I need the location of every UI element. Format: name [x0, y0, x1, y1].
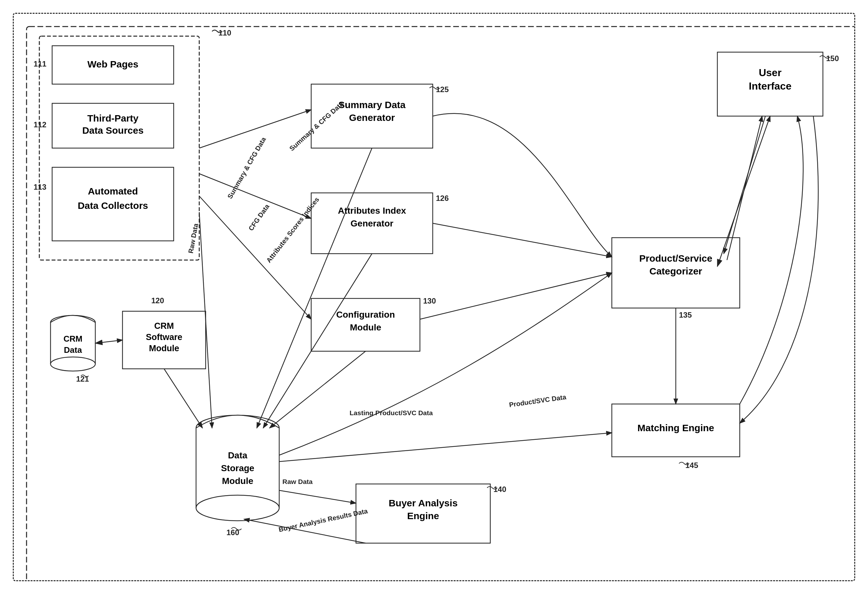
svg-text:Attributes Scores Indices: Attributes Scores Indices — [265, 196, 320, 264]
svg-rect-5 — [52, 46, 174, 84]
svg-text:140: 140 — [493, 485, 506, 494]
diagram-arrows: Web Pages Third-Party Data Sources Autom… — [14, 14, 854, 580]
svg-rect-18 — [50, 322, 95, 364]
svg-text:Summary & CFG Data: Summary & CFG Data — [288, 100, 345, 152]
svg-text:113: 113 — [34, 183, 46, 191]
svg-text:Summary & CFG Data: Summary & CFG Data — [226, 136, 267, 200]
svg-text:Generator: Generator — [351, 219, 393, 228]
svg-text:Raw Data: Raw Data — [282, 478, 313, 485]
svg-text:Module: Module — [149, 344, 179, 353]
svg-line-69 — [199, 212, 212, 428]
svg-text:Interface: Interface — [749, 80, 791, 92]
svg-text:120: 120 — [151, 296, 164, 305]
svg-line-75 — [279, 491, 356, 503]
svg-text:Data: Data — [228, 451, 248, 460]
svg-text:125: 125 — [436, 85, 449, 94]
svg-point-46 — [196, 495, 279, 521]
svg-rect-10 — [52, 167, 174, 241]
svg-text:Data: Data — [64, 345, 82, 355]
svg-point-21 — [50, 357, 95, 371]
svg-line-66 — [199, 110, 311, 148]
svg-text:Buyer Analysis: Buyer Analysis — [388, 498, 458, 508]
svg-text:CFG Data: CFG Data — [247, 202, 270, 232]
svg-text:Product/SVC Data: Product/SVC Data — [509, 393, 567, 408]
main-diagram: Web Pages Third-Party Data Sources Autom… — [13, 13, 855, 581]
svg-text:Data Sources: Data Sources — [82, 125, 143, 136]
svg-line-78 — [420, 273, 612, 319]
svg-text:User: User — [759, 67, 781, 78]
svg-text:Web Pages: Web Pages — [87, 59, 139, 69]
svg-rect-55 — [612, 238, 740, 308]
svg-text:Generator: Generator — [349, 112, 395, 123]
svg-text:130: 130 — [423, 297, 436, 305]
svg-text:121: 121 — [76, 375, 89, 383]
svg-text:Product/Service: Product/Service — [639, 253, 712, 264]
svg-text:Lasting Product/SVC Data: Lasting Product/SVC Data — [350, 409, 433, 417]
svg-point-42 — [196, 415, 279, 441]
svg-rect-38 — [311, 298, 420, 351]
svg-rect-25 — [123, 311, 206, 369]
svg-text:CRM: CRM — [63, 334, 82, 344]
svg-text:111: 111 — [34, 59, 46, 68]
svg-line-83 — [724, 116, 765, 254]
svg-text:Attributes Index: Attributes Index — [338, 206, 406, 216]
svg-line-67 — [199, 174, 311, 219]
svg-text:150: 150 — [826, 54, 839, 63]
svg-text:CRM: CRM — [154, 321, 174, 331]
svg-rect-43 — [196, 428, 279, 508]
svg-text:Data Collectors: Data Collectors — [78, 200, 148, 211]
svg-rect-59 — [612, 404, 740, 457]
svg-point-17 — [50, 315, 95, 330]
svg-text:110: 110 — [218, 28, 231, 37]
svg-rect-3 — [27, 27, 854, 580]
svg-text:Engine: Engine — [407, 511, 439, 521]
svg-rect-7 — [52, 103, 174, 148]
svg-rect-34 — [311, 193, 433, 254]
svg-text:Summary Data: Summary Data — [338, 99, 406, 110]
svg-line-76 — [244, 519, 366, 543]
svg-text:Third-Party: Third-Party — [87, 113, 139, 124]
svg-rect-30 — [311, 84, 433, 148]
svg-line-74 — [164, 369, 202, 428]
svg-text:Software: Software — [146, 332, 182, 342]
svg-text:Storage: Storage — [221, 463, 254, 473]
svg-line-73 — [95, 340, 123, 343]
svg-line-71 — [263, 254, 372, 428]
svg-text:112: 112 — [34, 120, 46, 129]
svg-rect-51 — [356, 484, 490, 543]
svg-text:Categorizer: Categorizer — [649, 266, 702, 276]
svg-line-79 — [433, 223, 612, 257]
svg-text:Raw Data: Raw Data — [187, 223, 199, 254]
svg-rect-4 — [39, 36, 199, 260]
svg-rect-62 — [717, 52, 823, 116]
svg-text:Matching Engine: Matching Engine — [638, 423, 714, 433]
svg-text:Automated: Automated — [88, 186, 138, 197]
svg-line-81 — [717, 116, 770, 266]
svg-line-82 — [727, 116, 762, 260]
svg-text:160: 160 — [226, 528, 239, 537]
svg-line-72 — [270, 351, 366, 428]
svg-line-70 — [257, 148, 372, 428]
svg-text:Module: Module — [222, 476, 253, 486]
svg-text:Buyer Analysis Results Data: Buyer Analysis Results Data — [278, 507, 368, 533]
svg-text:Module: Module — [350, 322, 381, 332]
svg-text:135: 135 — [679, 310, 692, 319]
svg-text:Configuration: Configuration — [336, 310, 395, 319]
svg-line-68 — [199, 196, 311, 319]
svg-line-77 — [279, 433, 612, 462]
svg-text:126: 126 — [436, 194, 449, 202]
svg-text:145: 145 — [685, 461, 698, 470]
